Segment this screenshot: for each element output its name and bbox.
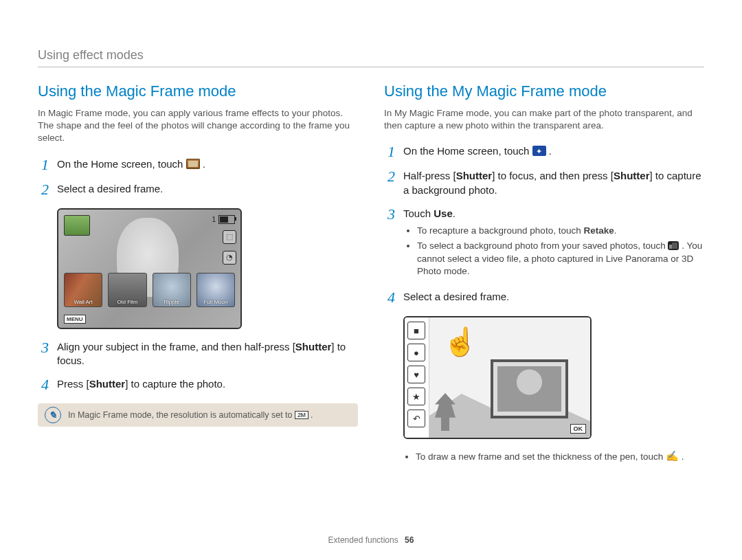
divider bbox=[38, 67, 704, 67]
touch-hand-icon: ☝ bbox=[443, 326, 477, 358]
section-header: Using effect modes bbox=[38, 48, 704, 63]
right-column: Using the My Magic Frame mode In My Magi… bbox=[384, 82, 704, 462]
magic-frame-screenshot: 1 ⬚ ◔ Wall Art Old Film Ripple Full Moon… bbox=[57, 208, 242, 329]
right-step-2: 2 Half-press [Shutter] to focus, and the… bbox=[384, 169, 704, 197]
left-steps: 1 On the Home screen, touch . 2 Select a… bbox=[38, 157, 358, 197]
shape-star-icon: ★ bbox=[407, 388, 425, 405]
step-number: 2 bbox=[384, 169, 395, 184]
preview-thumbnail bbox=[64, 215, 90, 236]
note-box: ✎ In Magic Frame mode, the resolution is… bbox=[38, 403, 358, 427]
frame-option-old-film: Old Film bbox=[108, 273, 146, 307]
pen-icon: ✍ bbox=[666, 450, 679, 462]
step-text: Align your subject in the frame, and the… bbox=[57, 341, 295, 352]
footer-label: Extended functions bbox=[328, 535, 398, 545]
step-text: Touch bbox=[403, 208, 434, 219]
frame-option-ripple: Ripple bbox=[153, 273, 191, 307]
label-use: Use bbox=[434, 208, 453, 219]
frame-option-wall-art: Wall Art bbox=[64, 273, 102, 307]
my-magic-frame-screenshot: ■ ● ♥ ★ ↶ ☝ OK bbox=[403, 316, 592, 439]
step-text: Select a desired frame. bbox=[403, 290, 704, 304]
scene: ☝ OK bbox=[429, 317, 590, 438]
pen-note: To draw a new frame and set the thicknes… bbox=[416, 450, 704, 462]
magic-frame-icon bbox=[186, 159, 200, 169]
portrait bbox=[497, 366, 561, 412]
step-text: . bbox=[203, 158, 205, 170]
step-text: Press [ bbox=[57, 378, 89, 390]
status-bar: 1 bbox=[212, 215, 235, 224]
bullet-gallery: To select a background photo from your s… bbox=[417, 240, 704, 278]
key-name: Shutter bbox=[89, 378, 126, 390]
left-step-3: 3 Align your subject in the frame, and t… bbox=[38, 340, 358, 368]
shape-toolbar: ■ ● ♥ ★ ↶ bbox=[405, 317, 429, 438]
step3-bullets: To recapture a background photo, touch R… bbox=[405, 225, 704, 278]
mode-icon: ⬚ bbox=[223, 230, 236, 244]
menu-button: MENU bbox=[64, 315, 86, 324]
right-topic-title: Using the My Magic Frame mode bbox=[384, 82, 704, 100]
step-number: 3 bbox=[384, 207, 395, 222]
right-steps: 1 On the Home screen, touch . 2 Half-pre… bbox=[384, 144, 704, 305]
left-column: Using the Magic Frame mode In Magic Fram… bbox=[38, 82, 358, 462]
gallery-icon bbox=[668, 241, 679, 250]
timer-icon: ◔ bbox=[223, 251, 236, 265]
step-text: . bbox=[549, 145, 552, 157]
resolution-2m-icon: 2M bbox=[295, 411, 308, 419]
inner-photo-frame bbox=[491, 359, 568, 418]
left-step-4: 4 Press [Shutter] to capture the photo. bbox=[38, 377, 358, 392]
key-name: Shutter bbox=[295, 341, 332, 352]
note-text: In Magic Frame mode, the resolution is a… bbox=[68, 410, 295, 420]
page-number: 56 bbox=[405, 535, 414, 545]
left-step-1: 1 On the Home screen, touch . bbox=[38, 157, 358, 172]
ok-button: OK bbox=[570, 424, 587, 434]
step-number: 1 bbox=[384, 144, 395, 159]
note-text: . bbox=[311, 410, 313, 420]
undo-icon: ↶ bbox=[407, 410, 425, 427]
battery-icon bbox=[218, 215, 235, 224]
right-step-3: 3 Touch Use. To recapture a background p… bbox=[384, 207, 704, 280]
left-topic-title: Using the Magic Frame mode bbox=[38, 82, 358, 100]
note-icon: ✎ bbox=[45, 407, 61, 423]
key-name: Shutter bbox=[456, 170, 493, 181]
shape-circle-icon: ● bbox=[407, 344, 425, 361]
shot-count: 1 bbox=[212, 216, 216, 223]
step-number: 1 bbox=[38, 157, 49, 172]
step-text: On the Home screen, touch bbox=[57, 158, 186, 170]
side-icons: ⬚ ◔ bbox=[223, 230, 236, 265]
right-intro: In My Magic Frame mode, you can make par… bbox=[384, 107, 704, 132]
left-intro: In Magic Frame mode, you can apply vario… bbox=[38, 107, 358, 145]
step-text: ] to focus, and then press [ bbox=[492, 170, 614, 181]
two-column-layout: Using the Magic Frame mode In Magic Fram… bbox=[38, 82, 704, 462]
step-number: 4 bbox=[384, 290, 395, 305]
right-step-4: 4 Select a desired frame. bbox=[384, 290, 704, 305]
step-text: ] to capture the photo. bbox=[125, 378, 225, 390]
shape-square-icon: ■ bbox=[407, 322, 425, 339]
step-text: . bbox=[453, 208, 456, 219]
left-step-2: 2 Select a desired frame. bbox=[38, 182, 358, 197]
key-name: Shutter bbox=[614, 170, 650, 181]
step-number: 4 bbox=[38, 377, 49, 392]
trailing-bullet: To draw a new frame and set the thicknes… bbox=[403, 450, 704, 462]
frame-option-full-moon: Full Moon bbox=[196, 273, 235, 307]
step-text: Select a desired frame. bbox=[57, 182, 358, 196]
step-number: 2 bbox=[38, 182, 49, 197]
right-step-1: 1 On the Home screen, touch . bbox=[384, 144, 704, 159]
step-text: On the Home screen, touch bbox=[403, 145, 532, 157]
bullet-retake: To recapture a background photo, touch R… bbox=[417, 225, 704, 237]
shape-heart-icon: ♥ bbox=[407, 366, 425, 383]
left-steps-cont: 3 Align your subject in the frame, and t… bbox=[38, 340, 358, 393]
frame-strip: Wall Art Old Film Ripple Full Moon bbox=[64, 273, 235, 307]
my-magic-frame-icon bbox=[532, 146, 546, 156]
page-footer: Extended functions 56 bbox=[0, 535, 742, 545]
step-number: 3 bbox=[38, 340, 49, 355]
step-text: Half-press [ bbox=[403, 170, 456, 181]
